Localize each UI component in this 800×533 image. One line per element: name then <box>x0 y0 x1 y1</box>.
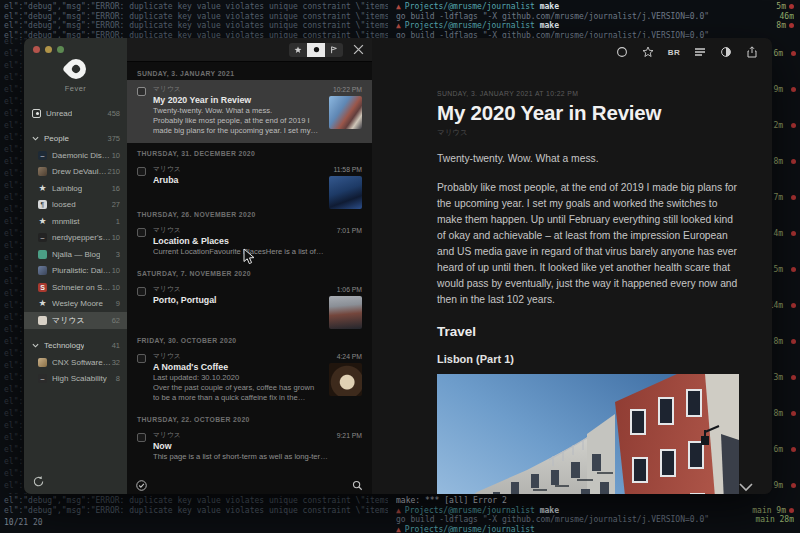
sidebar: Fever Unread 458 People 375 – Daemonic D… <box>24 38 127 494</box>
terminal-log-column: el":"debug","msg":"ERROR: duplicate key … <box>0 0 388 38</box>
sidebar-item-unread[interactable]: Unread 458 <box>24 105 127 122</box>
star-icon[interactable] <box>642 46 654 58</box>
prompt-status-dot <box>789 4 794 9</box>
item-time: 1:06 PM <box>337 286 362 293</box>
mark-unread-icon[interactable] <box>616 46 628 58</box>
feed-favicon: – <box>38 374 47 383</box>
sidebar-feed-lainblog[interactable]: ★ Lainblog 16 <box>24 180 127 197</box>
item-time: 4:24 PM <box>337 353 362 360</box>
feed-favicon: – <box>38 151 47 160</box>
star-favicon-icon: ★ <box>38 217 47 226</box>
sidebar-feed-pluralistic[interactable]: Pluralistic: Daily links… 10 <box>24 263 127 280</box>
sidebar-feed-drew-devault[interactable]: Drew DeVault's blog 210 <box>24 164 127 181</box>
mouse-cursor <box>243 248 255 265</box>
chevron-down-icon <box>32 135 39 142</box>
app-logo: Fever <box>24 59 127 93</box>
tmux-window-indicator: 10/21 20 <box>4 518 388 528</box>
article-content: Sunday, 3. January 2021 at 10:22 PM My 2… <box>437 90 739 494</box>
list-toolbar <box>127 38 372 62</box>
reader-toolbar: BR <box>616 46 758 58</box>
read-checkbox[interactable] <box>137 354 146 363</box>
feed-favicon: S <box>38 283 47 292</box>
reader-mode-button[interactable]: BR <box>668 48 680 57</box>
sidebar-feed-schneier[interactable]: S Schneier on Security 10 <box>24 279 127 296</box>
scroll-down-chevron-icon[interactable] <box>738 482 754 492</box>
minimize-window-button[interactable] <box>45 46 52 53</box>
star-favicon-icon: ★ <box>38 184 47 193</box>
filter-starred-button[interactable] <box>289 43 307 57</box>
prompt-triangle-icon: ▲ <box>396 2 401 11</box>
article-thumbnail <box>329 96 362 129</box>
article-date: Sunday, 3. January 2021 at 10:22 PM <box>437 90 739 97</box>
unread-icon <box>32 109 41 118</box>
sidebar-feed-high-scalability[interactable]: – High Scalability 8 <box>24 371 127 388</box>
article-title: My 2020 Year in Review <box>437 101 739 125</box>
sidebar-feed-cnx-software[interactable]: CNX Software – Emb… 32 <box>24 354 127 371</box>
article-list-item[interactable]: マリウス Aruba 11:58 PM <box>127 160 372 204</box>
read-checkbox[interactable] <box>137 87 146 96</box>
feed-favicon <box>38 167 47 176</box>
zoom-window-button[interactable] <box>57 46 64 53</box>
date-header: Saturday, 17. October 2020 <box>127 469 372 478</box>
feed-favicon <box>38 266 47 275</box>
fever-app-window: Fever Unread 458 People 375 – Daemonic D… <box>24 38 772 494</box>
close-window-button[interactable] <box>33 46 40 53</box>
date-header: Thursday, 31. December 2020 <box>127 143 372 160</box>
window-controls <box>24 38 127 53</box>
article-list-item[interactable]: マリウス Porto, Portugal 1:06 PM <box>127 280 372 330</box>
dot-icon <box>313 46 320 53</box>
article-list-item[interactable]: マリウス Now This page is a list of short-te… <box>127 426 372 468</box>
star-favicon-icon: ★ <box>38 299 47 308</box>
group-count: 375 <box>107 134 120 143</box>
article-list[interactable]: Sunday, 3. January 2021 マリウス My 2020 Yea… <box>127 63 372 477</box>
refresh-icon[interactable] <box>32 475 45 488</box>
sidebar-feed-njalla[interactable]: Njalla — Blog 3 <box>24 246 127 263</box>
article-thumbnail <box>329 296 362 329</box>
share-icon[interactable] <box>746 46 758 58</box>
article-paragraph: Probably like most people, at the end of… <box>437 180 739 308</box>
terminal-top-pane: el":"debug","msg":"ERROR: duplicate key … <box>0 0 800 38</box>
sidebar-group-technology[interactable]: Technology 41 <box>24 338 127 355</box>
mark-all-read-icon[interactable] <box>136 480 147 491</box>
read-checkbox[interactable] <box>137 167 146 176</box>
item-time: 7:01 PM <box>337 227 362 234</box>
sidebar-feed-wesley-moore[interactable]: ★ Wesley Moore 9 <box>24 296 127 313</box>
item-time: 10:22 PM <box>333 86 362 93</box>
sidebar-feed-mnmlist[interactable]: ★ mnmlist 1 <box>24 213 127 230</box>
dark-mode-toggle-icon[interactable] <box>720 46 732 58</box>
filter-segmented-control <box>289 43 343 57</box>
feed-favicon <box>38 358 47 367</box>
feed-favicon: – <box>38 233 47 242</box>
sidebar-feed-loosed[interactable]: ¶ loosed 27 <box>24 197 127 214</box>
article-thumbnail <box>329 176 362 209</box>
lisbon-photo <box>437 374 739 494</box>
close-pane-icon[interactable] <box>353 44 364 55</box>
sidebar-group-people[interactable]: People 375 <box>24 131 127 148</box>
sidebar-feed-marius-selected[interactable]: マリウス 62 <box>24 312 127 329</box>
article-list-item[interactable]: マリウス A Nomad's Coffee Last updated: 30.1… <box>127 347 372 410</box>
date-header: Thursday, 22. October 2020 <box>127 409 372 426</box>
article-subheading-lisbon: Lisbon (Part 1) <box>437 353 739 365</box>
sidebar-feed-daemonic-dispatches[interactable]: – Daemonic Dispatches 10 <box>24 147 127 164</box>
sidebar-feed-nerdypepper[interactable]: – nerdypepper's ublog 10 <box>24 230 127 247</box>
article-heading-travel: Travel <box>437 324 739 339</box>
terminal-build-column: ▲Projects/@mrusme/journalist make5m go b… <box>388 0 800 38</box>
app-name: Fever <box>24 84 127 93</box>
search-icon[interactable] <box>352 480 363 491</box>
read-checkbox[interactable] <box>137 228 146 237</box>
read-checkbox[interactable] <box>137 433 146 442</box>
article-thumbnail <box>329 363 362 396</box>
feed-favicon: ¶ <box>38 200 47 209</box>
terminal-build-column-bottom: make: *** [all] Error 2 ▲Projects/@mrusm… <box>388 494 800 533</box>
text-settings-icon[interactable] <box>694 46 706 58</box>
chevron-down-icon <box>32 342 39 349</box>
list-bottom-bar <box>127 477 372 494</box>
article-list-item-selected[interactable]: マリウス My 2020 Year in Review Twenty-twent… <box>127 80 372 143</box>
filter-unread-button[interactable] <box>307 43 325 57</box>
item-time: 11:58 PM <box>333 166 362 173</box>
reading-pane: BR Sunday, 3. January 2021 at 10:22 PM M… <box>372 38 772 494</box>
date-header: Friday, 30. October 2020 <box>127 330 372 347</box>
read-checkbox[interactable] <box>137 287 146 296</box>
article-paragraph: Twenty-twenty. Wow. What a mess. <box>437 151 739 167</box>
filter-flagged-button[interactable] <box>325 43 343 57</box>
